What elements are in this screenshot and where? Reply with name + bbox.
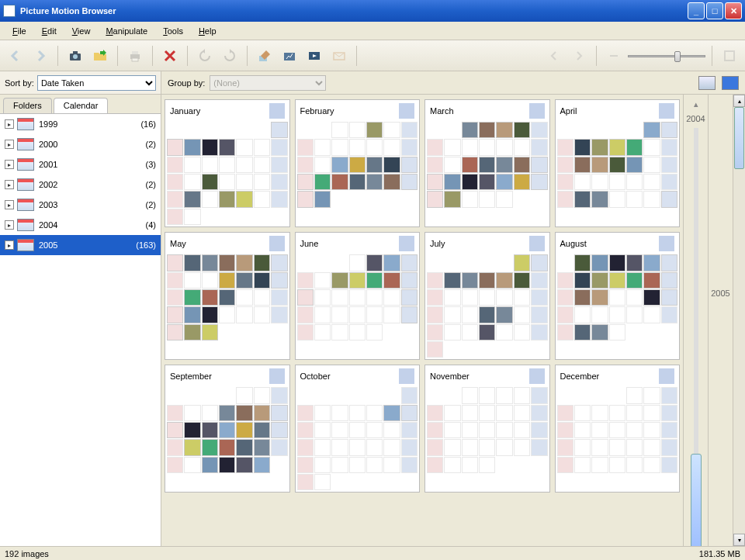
day-cell[interactable]: [661, 289, 677, 306]
day-cell[interactable]: [609, 272, 625, 289]
month-september[interactable]: September: [165, 365, 290, 493]
tab-calendar[interactable]: Calendar: [54, 98, 109, 113]
back-button[interactable]: [5, 45, 26, 67]
day-cell[interactable]: [444, 422, 460, 438]
day-cell[interactable]: [254, 387, 270, 403]
day-cell[interactable]: [236, 139, 252, 155]
day-cell[interactable]: [557, 139, 573, 155]
day-cell[interactable]: [271, 122, 287, 138]
day-cell[interactable]: [297, 306, 314, 323]
day-cell[interactable]: [331, 405, 348, 421]
day-cell[interactable]: [219, 289, 235, 306]
day-cell[interactable]: [219, 139, 235, 155]
day-cell[interactable]: [427, 324, 443, 340]
day-cell[interactable]: [383, 122, 400, 138]
day-cell[interactable]: [514, 324, 530, 340]
day-cell[interactable]: [271, 254, 287, 271]
day-cell[interactable]: [297, 457, 314, 473]
day-cell[interactable]: [557, 422, 573, 438]
month-october[interactable]: October: [295, 365, 421, 493]
day-cell[interactable]: [271, 174, 287, 190]
day-cell[interactable]: [496, 306, 512, 323]
day-cell[interactable]: [574, 191, 591, 207]
day-cell[interactable]: [366, 306, 383, 323]
day-cell[interactable]: [314, 422, 331, 438]
next-image-button[interactable]: [568, 45, 590, 67]
day-cell[interactable]: [236, 254, 252, 271]
day-cell[interactable]: [531, 174, 547, 190]
expand-icon[interactable]: [5, 140, 14, 149]
day-cell[interactable]: [202, 306, 218, 323]
day-cell[interactable]: [514, 122, 530, 138]
day-cell[interactable]: [514, 405, 530, 421]
day-cell[interactable]: [297, 139, 314, 155]
menu-help[interactable]: Help: [191, 24, 224, 38]
day-cell[interactable]: [219, 191, 235, 207]
day-cell[interactable]: [202, 191, 218, 207]
day-cell[interactable]: [661, 122, 677, 138]
day-cell[interactable]: [462, 289, 478, 306]
day-cell[interactable]: [167, 209, 183, 225]
month-august[interactable]: August: [555, 232, 681, 360]
day-cell[interactable]: [444, 272, 460, 289]
day-cell[interactable]: [427, 457, 443, 473]
day-cell[interactable]: [236, 191, 252, 207]
day-cell[interactable]: [591, 306, 608, 323]
day-cell[interactable]: [626, 387, 643, 403]
day-cell[interactable]: [383, 272, 400, 289]
day-cell[interactable]: [643, 439, 660, 455]
day-cell[interactable]: [349, 457, 366, 473]
day-cell[interactable]: [444, 139, 460, 155]
day-cell[interactable]: [591, 272, 608, 289]
day-cell[interactable]: [591, 422, 608, 438]
day-cell[interactable]: [331, 272, 348, 289]
day-cell[interactable]: [496, 157, 512, 173]
day-cell[interactable]: [271, 422, 287, 438]
day-cell[interactable]: [609, 174, 625, 190]
day-cell[interactable]: [574, 405, 591, 421]
day-cell[interactable]: [401, 254, 418, 271]
day-cell[interactable]: [271, 439, 287, 455]
day-cell[interactable]: [496, 139, 512, 155]
day-cell[interactable]: [184, 457, 200, 473]
maximize-button[interactable]: □: [706, 2, 723, 19]
day-cell[interactable]: [167, 272, 183, 289]
day-cell[interactable]: [479, 272, 495, 289]
day-cell[interactable]: [557, 439, 573, 455]
day-cell[interactable]: [236, 422, 252, 438]
day-cell[interactable]: [184, 209, 200, 225]
day-cell[interactable]: [643, 191, 660, 207]
day-cell[interactable]: [496, 387, 512, 403]
day-cell[interactable]: [531, 272, 547, 289]
day-cell[interactable]: [314, 306, 331, 323]
day-cell[interactable]: [444, 289, 460, 306]
year-item-2004[interactable]: 2004 (4): [0, 215, 161, 235]
day-cell[interactable]: [444, 191, 460, 207]
day-cell[interactable]: [202, 139, 218, 155]
day-cell[interactable]: [462, 422, 478, 438]
day-cell[interactable]: [167, 174, 183, 190]
day-cell[interactable]: [254, 191, 270, 207]
day-cell[interactable]: [479, 324, 495, 340]
day-cell[interactable]: [479, 191, 495, 207]
day-cell[interactable]: [496, 324, 512, 340]
day-cell[interactable]: [219, 439, 235, 455]
day-cell[interactable]: [271, 387, 287, 403]
year-item-2002[interactable]: 2002 (2): [0, 175, 161, 195]
day-cell[interactable]: [349, 306, 366, 323]
sortby-select[interactable]: Date Taken: [37, 75, 156, 91]
day-cell[interactable]: [574, 157, 591, 173]
day-cell[interactable]: [462, 272, 478, 289]
day-cell[interactable]: [462, 139, 478, 155]
day-cell[interactable]: [184, 405, 200, 421]
day-cell[interactable]: [167, 254, 183, 271]
scroll-up-button[interactable]: ▴: [733, 95, 745, 107]
day-cell[interactable]: [271, 405, 287, 421]
day-cell[interactable]: [531, 139, 547, 155]
day-cell[interactable]: [167, 439, 183, 455]
day-cell[interactable]: [383, 254, 400, 271]
day-cell[interactable]: [314, 272, 331, 289]
day-cell[interactable]: [557, 457, 573, 473]
menu-edit[interactable]: Edit: [34, 24, 64, 38]
day-cell[interactable]: [609, 157, 625, 173]
